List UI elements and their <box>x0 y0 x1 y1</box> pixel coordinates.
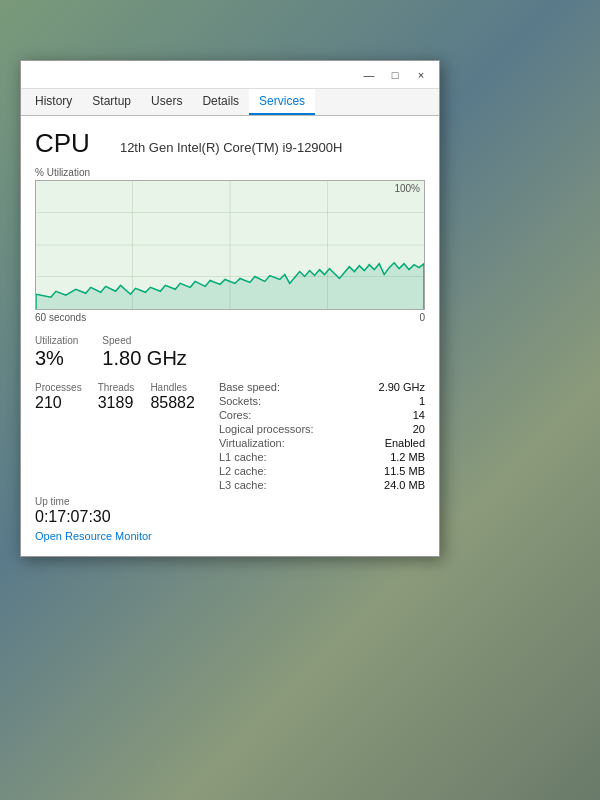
threads-value: 3189 <box>98 393 135 412</box>
handles-stat: Handles 85882 <box>150 380 195 414</box>
detail-logical-processors-key: Logical processors: <box>219 423 314 435</box>
window-controls: — □ × <box>357 65 433 85</box>
utilization-stat: Utilization 3% <box>35 333 78 372</box>
detail-l3-cache-val: 24.0 MB <box>384 479 425 491</box>
tab-startup[interactable]: Startup <box>82 89 141 115</box>
task-manager-window: — □ × History Startup Users Details Serv… <box>20 60 440 557</box>
detail-sockets: Sockets: 1 <box>219 394 425 408</box>
cpu-label: CPU <box>35 128 90 159</box>
detail-l3-cache-key: L3 cache: <box>219 479 267 491</box>
detail-l1-cache-key: L1 cache: <box>219 451 267 463</box>
detail-l1-cache: L1 cache: 1.2 MB <box>219 450 425 464</box>
processes-label: Processes <box>35 382 82 393</box>
open-resource-monitor-link[interactable]: Open Resource Monitor <box>35 530 152 542</box>
detail-l2-cache-val: 11.5 MB <box>384 465 425 477</box>
tab-services[interactable]: Services <box>249 89 315 115</box>
cpu-header: CPU 12th Gen Intel(R) Core(TM) i9-12900H <box>35 128 425 159</box>
cpu-utilization-chart: 100% <box>35 180 425 310</box>
detail-base-speed: Base speed: 2.90 GHz <box>219 380 425 394</box>
handles-label: Handles <box>150 382 195 393</box>
detail-base-speed-val: 2.90 GHz <box>379 381 425 393</box>
maximize-button[interactable]: □ <box>383 65 407 85</box>
detail-virtualization-val: Enabled <box>385 437 425 449</box>
minimize-button[interactable]: — <box>357 65 381 85</box>
detail-l2-cache: L2 cache: 11.5 MB <box>219 464 425 478</box>
speed-value: 1.80 GHz <box>102 346 186 370</box>
cpu-details: Base speed: 2.90 GHz Sockets: 1 Cores: 1… <box>219 380 425 492</box>
detail-l3-cache: L3 cache: 24.0 MB <box>219 478 425 492</box>
chart-time-end: 0 <box>419 312 425 323</box>
cpu-model: 12th Gen Intel(R) Core(TM) i9-12900H <box>120 140 343 155</box>
processes-value: 210 <box>35 393 82 412</box>
chart-y-label: % Utilization <box>35 167 425 178</box>
tab-bar: History Startup Users Details Services <box>21 89 439 116</box>
processes-stat: Processes 210 <box>35 380 82 414</box>
chart-svg <box>36 181 424 309</box>
chart-time-start: 60 seconds <box>35 312 86 323</box>
tab-details[interactable]: Details <box>192 89 249 115</box>
detail-l2-cache-key: L2 cache: <box>219 465 267 477</box>
detail-cores-val: 14 <box>413 409 425 421</box>
cpu-panel: CPU 12th Gen Intel(R) Core(TM) i9-12900H… <box>21 116 439 556</box>
speed-stat: Speed 1.80 GHz <box>102 333 186 372</box>
detail-sockets-key: Sockets: <box>219 395 261 407</box>
detail-base-speed-key: Base speed: <box>219 381 280 393</box>
detail-cores: Cores: 14 <box>219 408 425 422</box>
detail-virtualization: Virtualization: Enabled <box>219 436 425 450</box>
detail-logical-processors-val: 20 <box>413 423 425 435</box>
close-button[interactable]: × <box>409 65 433 85</box>
threads-stat: Threads 3189 <box>98 380 135 414</box>
utilization-value: 3% <box>35 346 78 370</box>
utilization-label: Utilization <box>35 335 78 346</box>
detail-virtualization-key: Virtualization: <box>219 437 285 449</box>
detail-sockets-val: 1 <box>419 395 425 407</box>
uptime-label: Up time <box>35 496 425 507</box>
threads-label: Threads <box>98 382 135 393</box>
tab-users[interactable]: Users <box>141 89 192 115</box>
tab-history[interactable]: History <box>25 89 82 115</box>
cpu-chart-container: % Utilization 100% 60 seconds 0 <box>35 167 425 323</box>
uptime-section: Up time 0:17:07:30 <box>35 496 425 526</box>
title-bar: — □ × <box>21 61 439 89</box>
detail-logical-processors: Logical processors: 20 <box>219 422 425 436</box>
speed-label: Speed <box>102 335 186 346</box>
chart-time-labels: 60 seconds 0 <box>35 312 425 323</box>
uptime-value: 0:17:07:30 <box>35 507 425 526</box>
detail-l1-cache-val: 1.2 MB <box>390 451 425 463</box>
handles-value: 85882 <box>150 393 195 412</box>
detail-cores-key: Cores: <box>219 409 251 421</box>
